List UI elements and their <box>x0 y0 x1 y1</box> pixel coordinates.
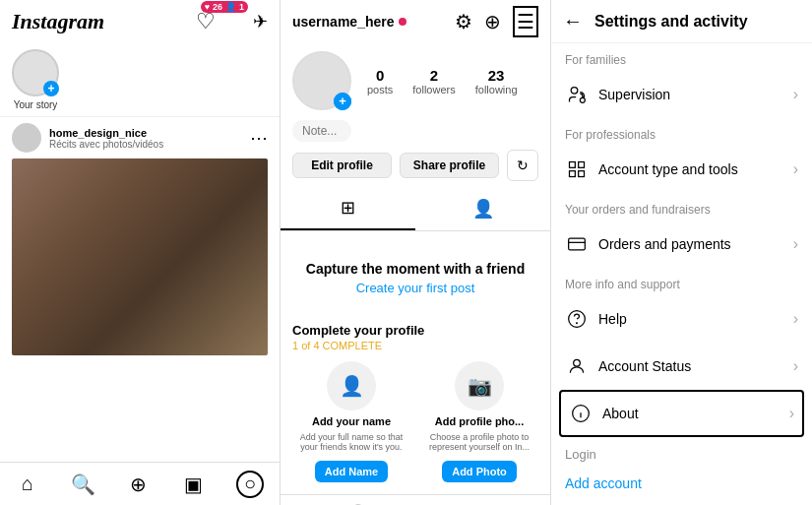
left-panel: Instagram ♥26 👤1 ♡ ✈ Your story home_des… <box>0 0 281 505</box>
your-story-avatar <box>12 49 59 96</box>
right-panel: ← Settings and activity For families Sup… <box>551 0 812 505</box>
profile-stats: 0 posts 2 followers 23 following <box>367 67 518 95</box>
your-story-label: Your story <box>14 99 58 110</box>
header-icons: ♥26 👤1 ♡ ✈ <box>196 9 268 34</box>
account-status-icon <box>565 354 589 378</box>
note-input[interactable] <box>292 120 351 142</box>
add-content-icon[interactable]: ⊕ <box>484 10 501 33</box>
post-subtext: Récits avec photos/vidéos <box>49 139 163 150</box>
left-nav-add-icon[interactable]: ⊕ <box>126 473 150 496</box>
about-label: About <box>602 406 639 421</box>
svg-rect-2 <box>570 162 576 168</box>
about-left: About <box>569 402 639 425</box>
complete-card-name: 👤 Add your name Add your full name so th… <box>292 361 410 482</box>
menu-icon[interactable]: ☰ <box>513 6 538 37</box>
post-user-info: home_design_nice Récits avec photos/vidé… <box>12 123 163 153</box>
tab-tagged[interactable]: 👤 <box>415 187 550 230</box>
online-dot <box>399 18 406 26</box>
account-status-chevron: › <box>793 357 798 375</box>
profile-header-icons: ⚙ ⊕ ☰ <box>455 6 538 37</box>
settings-account-type[interactable]: Account type and tools › <box>551 146 812 193</box>
profile-info-row: + 0 posts 2 followers 23 following <box>281 43 550 118</box>
account-status-label: Account Status <box>598 358 691 374</box>
profile-tabs: ⊞ 👤 <box>281 187 550 231</box>
instagram-logo: Instagram <box>12 9 104 34</box>
supervision-left: Supervision <box>565 83 670 106</box>
notification-badge[interactable]: ♥26 👤1 <box>201 1 248 13</box>
help-left: Help <box>565 307 627 331</box>
post-avatar <box>12 123 41 153</box>
add-name-button[interactable]: Add Name <box>315 461 388 482</box>
settings-about[interactable]: About › <box>559 390 804 437</box>
capture-section: Capture the moment with a friend Create … <box>281 231 550 311</box>
username-row: username_here <box>292 14 406 30</box>
log-out-link[interactable]: Log out <box>551 501 812 505</box>
complete-card-desc-0: Add your full name so that your friends … <box>292 432 410 452</box>
profile-actions: Edit profile Share profile ↻ <box>281 144 550 187</box>
middle-panel: username_here ⚙ ⊕ ☰ + 0 posts 2 follower… <box>281 0 551 505</box>
complete-subtitle: 1 of 4 COMPLETE <box>292 340 538 351</box>
complete-section: Complete your profile 1 of 4 COMPLETE 👤 … <box>281 311 550 494</box>
share-profile-button[interactable]: Share profile <box>400 153 499 178</box>
left-header: Instagram ♥26 👤1 ♡ ✈ <box>0 0 280 43</box>
profile-avatar-large: + <box>292 51 351 110</box>
svg-rect-4 <box>570 171 576 177</box>
profile-username: username_here <box>292 14 395 30</box>
account-type-chevron: › <box>793 160 798 178</box>
stories-row: Your story <box>0 43 280 116</box>
add-photo-icon: 📷 <box>455 361 504 410</box>
add-name-icon: 👤 <box>327 361 376 410</box>
about-icon <box>569 402 593 425</box>
left-bottom-nav: ⌂ 🔍 ⊕ ▣ ○ <box>0 462 280 505</box>
supervision-icon <box>565 83 589 106</box>
back-arrow-icon[interactable]: ← <box>563 10 583 32</box>
post-more-icon[interactable]: ⋯ <box>250 127 268 149</box>
send-icon[interactable]: ✈ <box>253 11 268 32</box>
post-user-text: home_design_nice Récits avec photos/vidé… <box>49 127 163 150</box>
settings-account-status[interactable]: Account Status › <box>551 343 812 390</box>
settings-help[interactable]: Help › <box>551 295 812 343</box>
tab-grid[interactable]: ⊞ <box>281 187 415 230</box>
settings-orders[interactable]: Orders and payments › <box>551 221 812 268</box>
refresh-button[interactable]: ↻ <box>507 150 538 181</box>
orders-label: Orders and payments <box>598 236 731 252</box>
post-header: home_design_nice Récits avec photos/vidé… <box>12 123 268 153</box>
complete-cards: 👤 Add your name Add your full name so th… <box>292 361 538 482</box>
post-image <box>12 158 268 355</box>
orders-icon <box>565 232 589 256</box>
orders-left: Orders and payments <box>565 232 731 256</box>
account-type-icon <box>565 158 589 181</box>
create-post-link[interactable]: Create your first post <box>300 281 531 295</box>
left-nav-profile-icon[interactable]: ○ <box>236 471 264 498</box>
svg-point-1 <box>580 97 585 102</box>
capture-title: Capture the moment with a friend <box>300 261 531 277</box>
complete-card-title-1: Add profile pho... <box>435 415 524 427</box>
add-account-link[interactable]: Add account <box>551 466 812 501</box>
login-section-label: Login <box>551 437 812 466</box>
svg-point-0 <box>571 88 578 95</box>
settings-icon-profile[interactable]: ⚙ <box>455 10 472 33</box>
post-item: home_design_nice Récits avec photos/vidé… <box>0 116 280 361</box>
settings-supervision[interactable]: Supervision › <box>551 71 812 118</box>
orders-chevron: › <box>793 235 798 253</box>
complete-title: Complete your profile <box>292 323 538 338</box>
complete-card-title-0: Add your name <box>312 415 391 427</box>
settings-header: ← Settings and activity <box>551 0 812 43</box>
account-type-left: Account type and tools <box>565 158 738 181</box>
supervision-label: Supervision <box>598 87 670 102</box>
about-chevron: › <box>789 405 794 422</box>
svg-rect-5 <box>579 171 585 177</box>
section-label-more: More info and support <box>551 268 812 295</box>
supervision-chevron: › <box>793 86 798 103</box>
edit-profile-button[interactable]: Edit profile <box>292 153 392 178</box>
section-label-professionals: For professionals <box>551 118 812 146</box>
your-story[interactable]: Your story <box>12 49 59 110</box>
left-nav-reels-icon[interactable]: ▣ <box>181 473 205 496</box>
svg-point-8 <box>577 323 578 324</box>
profile-avatar-wrap: + <box>292 51 351 110</box>
add-photo-button[interactable]: Add Photo <box>442 461 517 482</box>
stat-following: 23 following <box>475 67 518 95</box>
left-nav-search-icon[interactable]: 🔍 <box>71 473 94 496</box>
left-nav-home-icon[interactable]: ⌂ <box>16 473 39 496</box>
svg-point-9 <box>574 359 581 366</box>
